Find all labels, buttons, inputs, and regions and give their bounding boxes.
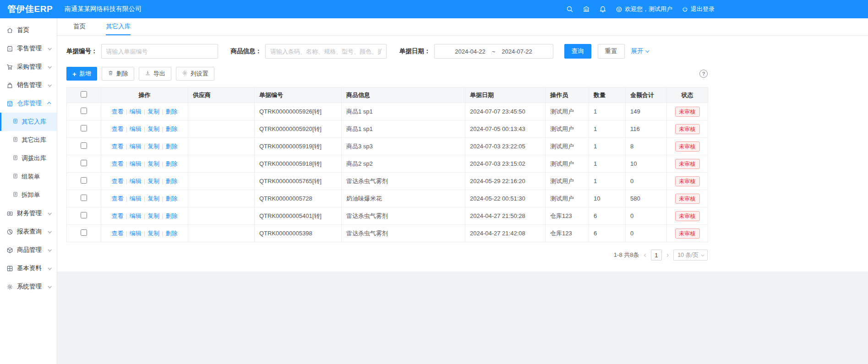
row-checkbox[interactable] bbox=[81, 125, 87, 131]
bell-icon[interactable] bbox=[599, 5, 606, 13]
view-link[interactable]: 查看 bbox=[111, 178, 123, 185]
view-link[interactable]: 查看 bbox=[111, 125, 123, 132]
sidebar-item-finance[interactable]: 财务管理 bbox=[0, 204, 57, 223]
sidebar-item-retail[interactable]: 零售管理 bbox=[0, 39, 57, 58]
help-icon[interactable]: ? bbox=[699, 70, 708, 78]
logout-button[interactable]: 退出登录 bbox=[682, 5, 715, 13]
expand-link[interactable]: 展开 bbox=[631, 47, 648, 55]
sidebar-item-label: 商品管理 bbox=[17, 246, 42, 254]
row-checkbox[interactable] bbox=[81, 108, 87, 114]
chevron-down-icon bbox=[48, 284, 51, 288]
tab-other-inbound[interactable]: 其它入库 bbox=[106, 18, 131, 35]
product-info-input[interactable] bbox=[265, 44, 387, 59]
amount-cell: 116 bbox=[626, 120, 667, 138]
view-link[interactable]: 查看 bbox=[111, 160, 123, 167]
sidebar-subitem-transfer-outbound[interactable]: 调拨出库 bbox=[0, 149, 57, 168]
delete-button[interactable]: 删除 bbox=[102, 67, 134, 81]
copy-link[interactable]: 复制 bbox=[147, 195, 159, 202]
reset-button[interactable]: 重置 bbox=[598, 44, 625, 59]
copy-link[interactable]: 复制 bbox=[147, 143, 159, 150]
sidebar-subitem-other-inbound[interactable]: 其它入库 bbox=[0, 113, 57, 131]
delete-link[interactable]: 删除 bbox=[166, 195, 178, 202]
col-header-qty: 数量 bbox=[589, 87, 626, 103]
bill-no-cell: QTRK00000005765[转] bbox=[255, 173, 342, 190]
sidebar-item-warehouse[interactable]: 仓库管理 bbox=[0, 94, 57, 113]
date-start[interactable]: 2024-04-22 bbox=[455, 48, 486, 55]
tab-home[interactable]: 首页 bbox=[73, 18, 86, 35]
delete-link[interactable]: 删除 bbox=[166, 108, 178, 115]
prev-page-arrow[interactable]: ‹ bbox=[644, 251, 646, 259]
page-size-select[interactable]: 10 条/页 bbox=[673, 250, 708, 261]
search-button[interactable]: 查询 bbox=[564, 44, 591, 59]
view-link[interactable]: 查看 bbox=[111, 212, 123, 219]
row-checkbox[interactable] bbox=[81, 229, 87, 236]
sidebar-item-basic-data[interactable]: 基本资料 bbox=[0, 259, 57, 277]
add-button[interactable]: + 新增 bbox=[66, 67, 97, 81]
document-icon bbox=[12, 191, 18, 199]
system-icon bbox=[6, 283, 13, 290]
export-button[interactable]: 导出 bbox=[139, 67, 171, 81]
bill-no-cell: QTRK00000005920[转] bbox=[255, 120, 342, 138]
column-settings-button[interactable]: 列设置 bbox=[176, 67, 214, 81]
edit-link[interactable]: 编辑 bbox=[130, 125, 142, 132]
sidebar-subitem-label: 其它出库 bbox=[22, 136, 46, 144]
copy-link[interactable]: 复制 bbox=[147, 108, 159, 115]
bill-no-input[interactable] bbox=[101, 44, 218, 59]
edit-link[interactable]: 编辑 bbox=[130, 195, 142, 202]
sidebar-item-purchase[interactable]: 采购管理 bbox=[0, 58, 57, 76]
delete-link[interactable]: 删除 bbox=[166, 212, 178, 219]
date-cell: 2024-04-27 21:42:08 bbox=[465, 225, 546, 242]
edit-link[interactable]: 编辑 bbox=[130, 178, 142, 185]
search-icon[interactable] bbox=[566, 5, 573, 13]
view-link[interactable]: 查看 bbox=[111, 195, 123, 202]
edit-link[interactable]: 编辑 bbox=[130, 143, 142, 150]
sidebar-item-sales[interactable]: 销售管理 bbox=[0, 76, 57, 94]
delete-link[interactable]: 删除 bbox=[166, 143, 178, 150]
sidebar-item-reports[interactable]: 报表查询 bbox=[0, 223, 57, 241]
app-logo[interactable]: 管伊佳ERP bbox=[0, 3, 57, 15]
view-link[interactable]: 查看 bbox=[111, 143, 123, 150]
bank-icon[interactable] bbox=[583, 5, 590, 13]
date-end[interactable]: 2024-07-22 bbox=[502, 48, 532, 55]
delete-link[interactable]: 删除 bbox=[166, 160, 178, 167]
copy-link[interactable]: 复制 bbox=[147, 212, 159, 219]
page-number[interactable]: 1 bbox=[651, 250, 662, 261]
edit-link[interactable]: 编辑 bbox=[130, 160, 142, 167]
sidebar-subitem-assembly[interactable]: 组装单 bbox=[0, 168, 57, 186]
edit-link[interactable]: 编辑 bbox=[130, 212, 142, 219]
bill-no-cell: QTRK00000005926[转] bbox=[255, 103, 342, 120]
view-link[interactable]: 查看 bbox=[111, 230, 123, 237]
col-header-bill-no: 单据编号 bbox=[255, 87, 342, 103]
sidebar-item-products[interactable]: 商品管理 bbox=[0, 241, 57, 259]
sidebar-item-home[interactable]: 首页 bbox=[0, 21, 57, 39]
row-checkbox[interactable] bbox=[81, 177, 87, 184]
status-badge: 未审核 bbox=[675, 124, 700, 134]
copy-link[interactable]: 复制 bbox=[147, 178, 159, 185]
sidebar-subitem-other-outbound[interactable]: 其它出库 bbox=[0, 131, 57, 149]
date-cell: 2024-05-22 00:51:30 bbox=[465, 190, 546, 207]
date-range-picker[interactable]: 2024-04-22 ~ 2024-07-22 bbox=[434, 44, 553, 59]
row-checkbox[interactable] bbox=[81, 212, 87, 218]
row-checkbox[interactable] bbox=[81, 195, 87, 201]
delete-link[interactable]: 删除 bbox=[166, 125, 178, 132]
welcome-user[interactable]: 欢迎您，测试用户 bbox=[616, 5, 672, 13]
row-checkbox[interactable] bbox=[81, 142, 87, 149]
copy-link[interactable]: 复制 bbox=[147, 230, 159, 237]
app-header: 管伊佳ERP 南通某某网络科技有限公司 欢迎您，测试用户 退出登录 bbox=[0, 0, 868, 18]
product-cell: 商品1 sp1 bbox=[342, 103, 465, 120]
qty-cell: 1 bbox=[589, 120, 626, 138]
delete-link[interactable]: 删除 bbox=[166, 178, 178, 185]
edit-link[interactable]: 编辑 bbox=[130, 108, 142, 115]
copy-link[interactable]: 复制 bbox=[147, 160, 159, 167]
sidebar-item-system[interactable]: 系统管理 bbox=[0, 277, 57, 296]
sidebar-subitem-disassembly[interactable]: 拆卸单 bbox=[0, 186, 57, 204]
view-link[interactable]: 查看 bbox=[111, 108, 123, 115]
bill-no-cell: QTRK00000005401[转] bbox=[255, 207, 342, 225]
copy-link[interactable]: 复制 bbox=[147, 125, 159, 132]
next-page-arrow[interactable]: › bbox=[666, 251, 669, 259]
row-checkbox[interactable] bbox=[81, 160, 87, 166]
chevron-down-icon bbox=[48, 65, 51, 68]
select-all-checkbox[interactable] bbox=[81, 91, 87, 98]
edit-link[interactable]: 编辑 bbox=[130, 230, 142, 237]
delete-link[interactable]: 删除 bbox=[166, 230, 178, 237]
